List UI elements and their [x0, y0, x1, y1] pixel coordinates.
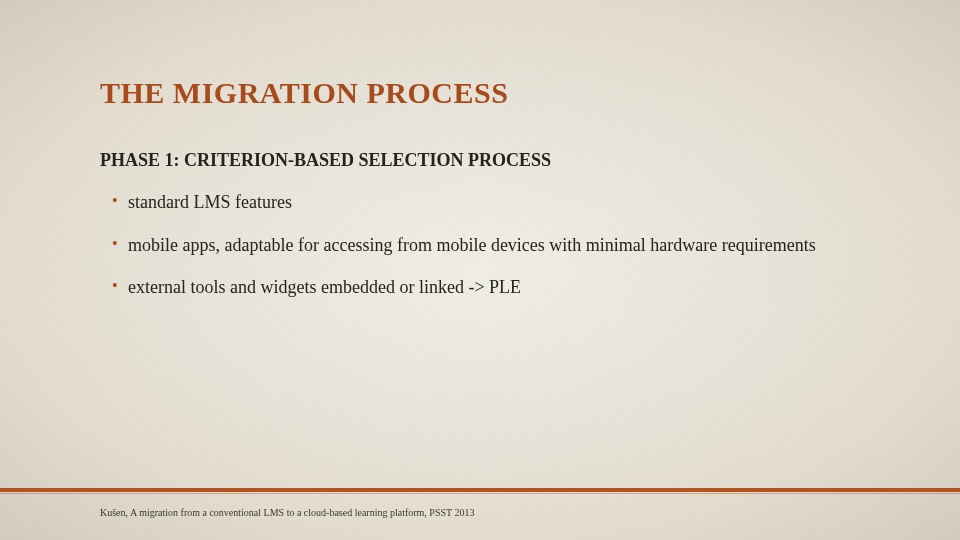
slide: THE MIGRATION PROCESS PHASE 1: CRITERION… — [0, 0, 960, 540]
slide-title: THE MIGRATION PROCESS — [100, 76, 860, 110]
list-item: mobile apps, adaptable for accessing fro… — [112, 234, 852, 257]
footer-citation: Kušen, A migration from a conventional L… — [100, 507, 474, 518]
divider — [0, 488, 960, 492]
list-item: standard LMS features — [112, 191, 852, 214]
list-item: external tools and widgets embedded or l… — [112, 276, 852, 299]
slide-subtitle: PHASE 1: CRITERION-BASED SELECTION PROCE… — [100, 150, 860, 171]
bullet-list: standard LMS features mobile apps, adapt… — [100, 191, 860, 299]
